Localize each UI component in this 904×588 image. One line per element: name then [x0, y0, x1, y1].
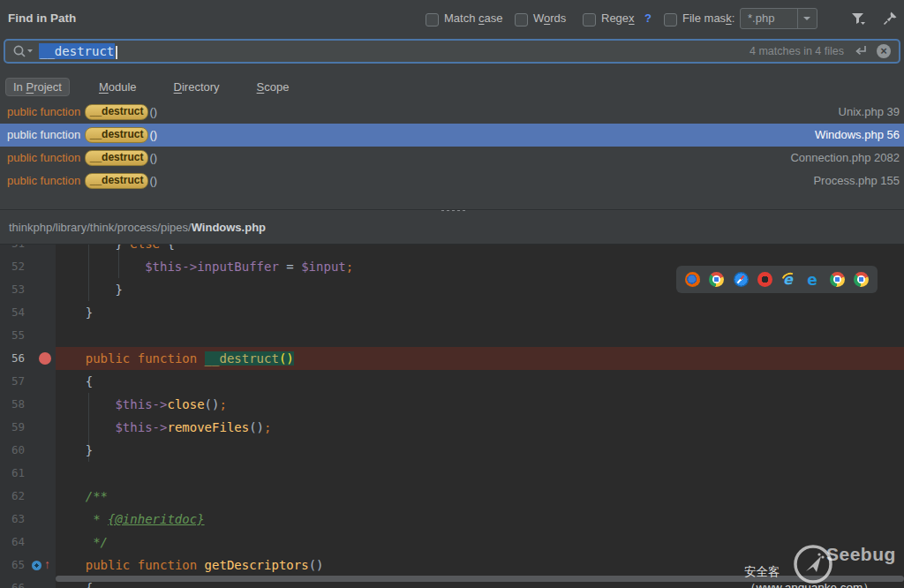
result-code: public function __destruct() [7, 101, 157, 124]
line-number[interactable]: 56 [0, 347, 25, 370]
code-line: 63 * {@inheritdoc} [0, 508, 904, 531]
line-number[interactable]: 51 [0, 245, 25, 255]
code-line: 54 } [0, 301, 904, 324]
code-text: } [56, 439, 904, 462]
preview-path-bar: thinkphp/library/think/process/pipes/Win… [0, 211, 904, 245]
regex-checkbox[interactable] [583, 13, 596, 26]
line-number[interactable]: 63 [0, 508, 25, 531]
open-in-browser-panel [676, 266, 878, 293]
code-text: } else { [56, 245, 904, 255]
regex-help-link[interactable]: ? [644, 0, 652, 37]
match-highlight-chip: __destruct [85, 150, 149, 166]
seebug-wordmark: Seebug [826, 544, 896, 565]
code-line: 55 [0, 324, 904, 347]
code-line: 51 } else { [0, 245, 904, 255]
line-number[interactable]: 62 [0, 485, 25, 508]
result-code: public function __destruct() [7, 170, 157, 192]
code-text: $this->removeFiles(); [56, 416, 904, 439]
firefox-browser-icon[interactable] [685, 272, 700, 287]
code-text: */ [56, 531, 904, 554]
result-code: public function __destruct() [7, 147, 157, 170]
selected-text: __destruct [39, 43, 115, 59]
clear-search-icon[interactable] [877, 44, 891, 58]
line-number[interactable]: 65 [0, 554, 25, 577]
search-input[interactable]: __destruct 4 matches in 4 files [4, 39, 900, 64]
code-line: 61 [0, 462, 904, 485]
code-text [56, 462, 904, 485]
search-query[interactable]: __destruct [39, 42, 117, 60]
file-mask-checkbox[interactable] [664, 13, 677, 26]
match-case-checkbox[interactable] [426, 13, 439, 26]
file-mask-combobox[interactable]: *.php [740, 8, 817, 29]
line-number[interactable]: 60 [0, 439, 25, 462]
chrome-browser-icon[interactable] [830, 272, 845, 287]
safari-browser-icon[interactable] [734, 272, 749, 287]
line-number[interactable]: 66 [0, 577, 25, 588]
code-text: $this->close(); [56, 393, 904, 416]
search-results-list: public function __destruct()Unix.php 39p… [0, 101, 904, 192]
code-text: * {@inheritdoc} [56, 508, 904, 531]
result-row[interactable]: public function __destruct()Process.php … [0, 170, 904, 192]
line-number[interactable]: 55 [0, 324, 25, 347]
code-text: } [56, 301, 904, 324]
pin-icon[interactable] [882, 11, 898, 26]
match-highlight-chip: __destruct [85, 104, 149, 120]
code-preview-editor[interactable]: 51 } else {52 $this->inputBuffer = $inpu… [0, 245, 904, 588]
scope-tab-module[interactable]: Module [91, 78, 145, 96]
editor-lines: 51 } else {52 $this->inputBuffer = $inpu… [0, 245, 904, 588]
line-number[interactable]: 53 [0, 278, 25, 301]
match-highlight-chip: __destruct [85, 127, 149, 143]
result-row[interactable]: public function __destruct()Windows.php … [0, 124, 904, 147]
match-highlight-chip: __destruct [85, 173, 149, 189]
line-number[interactable]: 57 [0, 370, 25, 393]
navigate-up-icon[interactable] [44, 554, 55, 577]
ie-browser-icon[interactable] [781, 272, 796, 287]
line-number[interactable]: 59 [0, 416, 25, 439]
breakpoint-icon[interactable] [39, 352, 51, 365]
watermark-text: 安全客（www.anquanke.com） [744, 564, 904, 588]
line-number[interactable]: 52 [0, 255, 25, 278]
file-mask-label[interactable]: File mask: [682, 0, 734, 37]
chrome-browser-icon[interactable] [709, 272, 724, 287]
chrome-browser-icon[interactable] [854, 272, 869, 287]
code-line: 58 $this->close(); [0, 393, 904, 416]
code-line: 60 } [0, 439, 904, 462]
scope-tab-scope[interactable]: Scope [249, 78, 298, 96]
dialog-header: Find in Path Match case Words Regex ? Fi… [0, 0, 904, 37]
text-caret [116, 46, 117, 59]
code-line: 56 public function __destruct() [0, 347, 904, 370]
chevron-down-icon[interactable] [797, 9, 817, 28]
file-name: Windows.php [192, 221, 266, 234]
dialog-title: Find in Path [8, 0, 76, 37]
code-text: { [56, 370, 904, 393]
edge-browser-icon[interactable] [805, 272, 820, 287]
line-number[interactable]: 64 [0, 531, 25, 554]
words-label[interactable]: Words [533, 0, 566, 37]
overrides-method-icon[interactable] [32, 561, 41, 570]
search-icon[interactable] [11, 43, 34, 59]
result-row[interactable]: public function __destruct()Unix.php 39 [0, 101, 904, 124]
code-text [56, 324, 904, 347]
file-mask-value: *.php [748, 9, 774, 28]
match-case-label[interactable]: Match case [444, 0, 502, 37]
result-file-label: Connection.php 2082 [790, 147, 900, 170]
code-line: 57 { [0, 370, 904, 393]
opera-browser-icon[interactable] [757, 272, 772, 287]
breadcrumb: thinkphp/library/think/process/pipes/Win… [9, 211, 266, 245]
result-row[interactable]: public function __destruct()Connection.p… [0, 147, 904, 170]
words-checkbox[interactable] [515, 13, 528, 26]
regex-label[interactable]: Regex [601, 0, 635, 37]
line-number[interactable]: 58 [0, 393, 25, 416]
code-line: 62 /** [0, 485, 904, 508]
scope-tab-in-project[interactable]: In Project [5, 78, 70, 96]
line-number[interactable]: 61 [0, 462, 25, 485]
result-file-label: Process.php 155 [813, 170, 900, 192]
enter-icon[interactable] [854, 44, 869, 57]
filter-icon[interactable] [850, 11, 866, 26]
line-number[interactable]: 54 [0, 301, 25, 324]
code-text: public function __destruct() [56, 347, 904, 370]
code-text: /** [56, 485, 904, 508]
match-count-label: 4 matches in 4 files [750, 41, 844, 62]
find-in-path-window: Find in Path Match case Words Regex ? Fi… [0, 0, 904, 588]
scope-tab-directory[interactable]: Directory [166, 78, 228, 96]
